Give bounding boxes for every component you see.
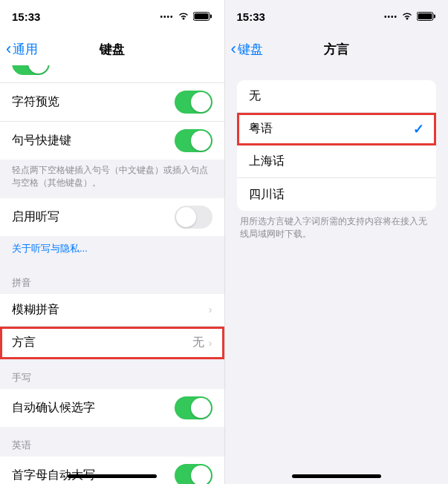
toggle-period-shortcut[interactable] [175,129,212,152]
chevron-left-icon: ‹ [231,39,236,59]
scroll-content[interactable]: 无 粤语 ✓ 上海话 四川话 用所选方言键入字词所需的支持内容将在接入无线局域网… [225,65,449,484]
row-auto-cap[interactable]: 首字母自动大写 [0,457,224,484]
label: 自动确认候选字 [12,400,175,416]
row-dialect-none[interactable]: 无 [237,80,437,113]
label: 模糊拼音 [12,302,209,318]
label: 字符预览 [12,94,175,110]
back-button[interactable]: ‹ 键盘 [231,39,263,59]
back-label: 键盘 [238,41,263,58]
chevron-right-icon: › [209,304,212,315]
checkmark-icon: ✓ [413,121,424,137]
chevron-left-icon: ‹ [6,39,11,59]
label: 方言 [12,335,192,350]
nav-bar: ‹ 通用 键盘 [0,33,224,65]
svg-rect-5 [434,15,435,19]
row-dialect-shanghainese[interactable]: 上海话 [237,145,437,178]
section-handwriting: 自动确认候选字 [0,389,224,427]
dictation-privacy-link[interactable]: 关于听写与隐私... [0,236,224,264]
row-dialect-cantonese[interactable]: 粤语 ✓ [237,113,437,145]
section-dialect-options: 无 粤语 ✓ 上海话 四川话 [237,80,437,211]
svg-rect-4 [418,13,432,19]
value: 无 [192,335,204,350]
row-dialect-sichuanese[interactable]: 四川话 [237,178,437,211]
battery-icon [417,12,436,21]
wifi-icon [401,12,413,21]
toggle-char-preview[interactable] [175,91,212,114]
label: 上海话 [249,154,425,169]
battery-icon [193,12,212,21]
label: 启用听写 [12,209,175,225]
header-handwriting: 手写 [0,359,224,389]
right-screen: 15:33 •••• ‹ 键盘 方言 无 粤语 ✓ 上海话 [224,0,449,484]
footer-dialect: 用所选方言键入字词所需的支持内容将在接入无线局域网时下载。 [225,211,449,249]
nav-title: 键盘 [100,41,125,58]
cellular-icon: •••• [384,13,397,21]
row-period-shortcut[interactable]: 句号快捷键 [0,122,224,160]
row-fuzzy-pinyin[interactable]: 模糊拼音 › [0,294,224,327]
section-english: 首字母自动大写 检查拼写 输入预测 滑行键入时逐词删除 [0,457,224,484]
footer-space: 轻点两下空格键插入句号（中文键盘）或插入句点与空格（其他键盘）。 [0,160,224,198]
status-time: 15:33 [237,10,265,23]
scroll-content[interactable]: 字符预览 句号快捷键 轻点两下空格键插入句号（中文键盘）或插入句点与空格（其他键… [0,65,224,484]
label: 无 [249,88,425,104]
toggle-auto-confirm[interactable] [175,396,212,419]
status-bar: 15:33 •••• [0,0,224,33]
status-time: 15:33 [12,10,40,23]
home-indicator[interactable] [68,474,157,478]
label: 粤语 [249,121,414,137]
back-button[interactable]: ‹ 通用 [6,39,38,59]
header-pinyin: 拼音 [0,264,224,294]
row-enable-dictation[interactable]: 启用听写 [0,198,224,236]
label: 句号快捷键 [12,133,175,148]
chevron-right-icon: › [209,337,212,349]
svg-rect-1 [194,13,208,19]
home-indicator[interactable] [292,474,381,478]
header-english: 英语 [0,427,224,457]
toggle-on-icon[interactable] [12,65,50,75]
section-pinyin: 模糊拼音 › 方言 无 › [0,294,224,359]
back-label: 通用 [13,41,38,58]
toggle-auto-cap[interactable] [175,464,212,484]
row-auto-confirm[interactable]: 自动确认候选字 [0,389,224,427]
toggle-dictation[interactable] [175,206,212,229]
status-right: •••• [384,12,436,21]
row-char-preview[interactable]: 字符预览 [0,83,224,122]
svg-rect-2 [210,15,212,19]
row-dialects[interactable]: 方言 无 › [0,327,224,359]
status-right: •••• [160,12,212,21]
section-shortcuts: 字符预览 句号快捷键 [0,65,224,160]
wifi-icon [178,12,189,21]
row-cutoff[interactable] [0,65,224,83]
nav-bar: ‹ 键盘 方言 [225,33,449,65]
section-dictation: 启用听写 [0,198,224,236]
left-screen: 15:33 •••• ‹ 通用 键盘 字符预览 句号快捷键 [0,0,224,484]
cellular-icon: •••• [160,13,173,21]
status-bar: 15:33 •••• [225,0,449,33]
label: 四川话 [249,187,425,203]
nav-title: 方言 [324,41,349,58]
